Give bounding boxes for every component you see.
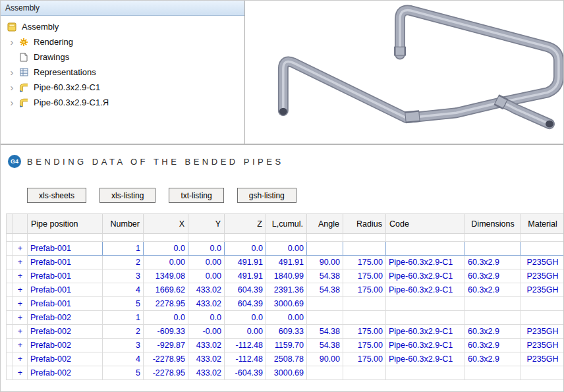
tree-item-pipe-60-3x2-9-c1[interactable]: ›Pipe-60.3x2.9-C1 [1, 80, 244, 95]
cell-z[interactable]: 491.91 [225, 269, 266, 283]
cell-z[interactable]: -112.48 [225, 339, 266, 352]
cell-material[interactable]: P235GH [521, 256, 564, 269]
cell-l-cumul[interactable]: 1840.99 [266, 269, 307, 283]
cell-l-cumul[interactable]: 3000.69 [266, 297, 307, 311]
expand-row-button[interactable]: + [13, 339, 28, 352]
cell-z[interactable]: 604.39 [225, 297, 266, 311]
cell-pipe-position[interactable]: Prefab-002 [28, 311, 103, 325]
cell-angle[interactable]: 54.38 [307, 283, 343, 297]
cell-z[interactable]: 604.39 [225, 283, 266, 297]
xls-sheets-button[interactable]: xls-sheets [27, 188, 86, 203]
cell-z[interactable]: 491.91 [225, 256, 266, 269]
expand-row-button[interactable]: + [13, 242, 28, 256]
cell-radius[interactable] [343, 311, 386, 325]
cell-dimensions[interactable]: 60.3x2.9 [465, 352, 521, 366]
cell-code[interactable]: Pipe-60.3x2.9-C1 [386, 352, 465, 366]
cell-material[interactable]: P235GH [521, 269, 564, 283]
cell-l-cumul[interactable]: 491.91 [266, 256, 307, 269]
cell-dimensions[interactable]: 60.3x2.9 [465, 325, 521, 339]
cell-code[interactable] [386, 366, 465, 380]
column-header-number[interactable]: Number [103, 214, 144, 234]
cell-x[interactable]: 0.0 [144, 242, 188, 256]
cell-x[interactable]: -2278.95 [144, 366, 188, 380]
cell-pipe-position[interactable]: Prefab-001 [28, 242, 103, 256]
cell-material[interactable]: P235GH [521, 283, 564, 297]
cell-z[interactable]: 0.0 [225, 311, 266, 325]
cell-dimensions[interactable]: 60.3x2.9 [465, 283, 521, 297]
column-header-angle[interactable]: Angle [307, 214, 343, 234]
cell-pipe-position[interactable]: Prefab-002 [28, 325, 103, 339]
cell-pipe-position[interactable]: Prefab-001 [28, 269, 103, 283]
3d-viewport[interactable] [245, 1, 563, 144]
cell-pipe-position[interactable]: Prefab-002 [28, 352, 103, 366]
tree-item-representations[interactable]: ›Representations [1, 65, 244, 80]
cell-material[interactable] [521, 366, 564, 380]
column-header-dimensions[interactable]: Dimensions [465, 214, 521, 234]
cell-pipe-position[interactable]: Prefab-002 [28, 366, 103, 380]
cell-y[interactable]: 433.02 [188, 339, 225, 352]
gsh-listing-button[interactable]: gsh-listing [237, 188, 296, 203]
cell-material[interactable] [521, 311, 564, 325]
cell-pipe-position[interactable]: Prefab-001 [28, 283, 103, 297]
expand-row-button[interactable]: + [13, 352, 28, 366]
tree-item-rendering[interactable]: ›Rendering [1, 34, 244, 49]
expand-row-button[interactable]: + [13, 269, 28, 283]
cell-angle[interactable]: 90.00 [307, 256, 343, 269]
cell-l-cumul[interactable]: 2391.36 [266, 283, 307, 297]
cell-x[interactable]: -609.33 [144, 325, 188, 339]
cell-dimensions[interactable]: 60.3x2.9 [465, 339, 521, 352]
cell-radius[interactable] [343, 242, 386, 256]
column-header-y[interactable]: Y [188, 214, 225, 234]
cell-y[interactable]: 0.00 [188, 269, 225, 283]
cell-radius[interactable] [343, 366, 386, 380]
cell-number[interactable]: 3 [103, 269, 144, 283]
tree-item-pipe-60-3x2-9-c1[interactable]: ›Pipe-60.3x2.9-C1.Я [1, 95, 244, 110]
cell-angle[interactable] [307, 366, 343, 380]
cell-z[interactable]: 0.0 [225, 242, 266, 256]
cell-radius[interactable]: 175.00 [343, 325, 386, 339]
cell-angle[interactable]: 54.38 [307, 325, 343, 339]
cell-z[interactable]: -604.39 [225, 366, 266, 380]
cell-material[interactable] [521, 242, 564, 256]
cell-code[interactable]: Pipe-60.3x2.9-C1 [386, 325, 465, 339]
cell-y[interactable]: 433.02 [188, 366, 225, 380]
column-header-x[interactable]: X [144, 214, 188, 234]
cell-dimensions[interactable]: 60.3x2.9 [465, 256, 521, 269]
expand-row-button[interactable]: + [13, 311, 28, 325]
cell-x[interactable]: 1669.62 [144, 283, 188, 297]
cell-pipe-position[interactable]: Prefab-001 [28, 256, 103, 269]
cell-x[interactable]: 1349.08 [144, 269, 188, 283]
cell-material[interactable]: P235GH [521, 325, 564, 339]
cell-x[interactable]: -2278.95 [144, 352, 188, 366]
cell-code[interactable]: Pipe-60.3x2.9-C1 [386, 339, 465, 352]
cell-l-cumul[interactable]: 3000.69 [266, 366, 307, 380]
column-header-l-cumul[interactable]: L,cumul. [266, 214, 307, 234]
cell-radius[interactable]: 175.00 [343, 269, 386, 283]
cell-code[interactable] [386, 297, 465, 311]
cell-code[interactable]: Pipe-60.3x2.9-C1 [386, 269, 465, 283]
cell-radius[interactable]: 175.00 [343, 339, 386, 352]
cell-pipe-position[interactable]: Prefab-001 [28, 297, 103, 311]
cell-y[interactable]: 0.0 [188, 311, 225, 325]
cell-dimensions[interactable]: 60.3x2.9 [465, 269, 521, 283]
cell-material[interactable] [521, 297, 564, 311]
cell-dimensions[interactable] [465, 242, 521, 256]
column-header-material[interactable]: Material [521, 214, 564, 234]
cell-x[interactable]: 2278.95 [144, 297, 188, 311]
cell-x[interactable]: 0.0 [144, 311, 188, 325]
cell-dimensions[interactable] [465, 366, 521, 380]
cell-x[interactable]: 0.00 [144, 256, 188, 269]
chevron-right-icon[interactable]: › [6, 82, 18, 94]
cell-radius[interactable]: 175.00 [343, 352, 386, 366]
cell-material[interactable]: P235GH [521, 339, 564, 352]
cell-number[interactable]: 5 [103, 297, 144, 311]
chevron-right-icon[interactable]: › [6, 67, 18, 78]
cell-angle[interactable]: 54.38 [307, 269, 343, 283]
cell-l-cumul[interactable]: 609.33 [266, 325, 307, 339]
cell-dimensions[interactable] [465, 311, 521, 325]
tree-item-assembly[interactable]: Assembly [1, 19, 244, 34]
chevron-right-icon[interactable]: › [6, 97, 18, 109]
cell-angle[interactable]: 54.38 [307, 339, 343, 352]
cell-code[interactable] [386, 242, 465, 256]
cell-y[interactable]: 0.00 [188, 256, 225, 269]
